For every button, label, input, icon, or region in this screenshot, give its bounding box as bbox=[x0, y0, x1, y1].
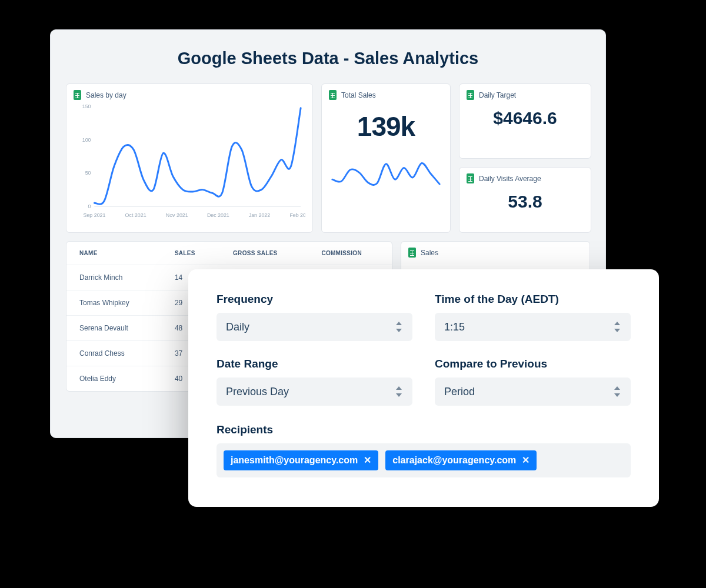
chevron-updown-icon bbox=[613, 386, 621, 397]
tile-label: Total Sales bbox=[341, 91, 376, 99]
recipient-email: janesmith@youragency.com bbox=[231, 455, 358, 466]
table-cell: Darrick Minch bbox=[66, 265, 162, 290]
recipient-chip[interactable]: janesmith@youragency.com✕ bbox=[224, 450, 378, 470]
dashboard-grid: Sales by day 050100150Sep 2021Oct 2021No… bbox=[66, 83, 590, 233]
tile-daily-visits: Daily Visits Average 53.8 bbox=[459, 167, 591, 233]
date-range-select[interactable]: Previous Day bbox=[217, 377, 412, 406]
sheets-icon bbox=[467, 173, 474, 183]
table-header: GROSS SALES bbox=[220, 242, 308, 265]
date-range-value: Previous Day bbox=[226, 386, 289, 398]
recipients-input[interactable]: janesmith@youragency.com✕clarajack@youra… bbox=[217, 443, 631, 477]
sheets-icon bbox=[467, 90, 474, 100]
compare-label: Compare to Previous bbox=[435, 358, 631, 370]
close-icon[interactable]: ✕ bbox=[364, 456, 371, 465]
svg-text:150: 150 bbox=[82, 103, 91, 109]
field-time-of-day: Time of the Day (AEDT) 1:15 bbox=[435, 293, 631, 341]
table-cell: Conrad Chess bbox=[66, 341, 162, 366]
svg-text:0: 0 bbox=[88, 203, 91, 209]
recipients-label: Recipients bbox=[217, 423, 631, 436]
chevron-updown-icon bbox=[613, 321, 621, 333]
tile-label: Daily Target bbox=[479, 91, 516, 99]
daily-visits-value: 53.8 bbox=[467, 192, 584, 212]
sheets-icon bbox=[329, 90, 337, 100]
svg-text:Dec 2021: Dec 2021 bbox=[207, 212, 229, 218]
sheets-icon bbox=[74, 90, 81, 100]
schedule-popover: Frequency Daily Time of the Day (AEDT) 1… bbox=[188, 269, 659, 507]
recipient-email: clarajack@youragency.com bbox=[392, 455, 516, 466]
sheets-icon bbox=[408, 248, 416, 258]
total-sales-sparkline bbox=[329, 148, 443, 195]
svg-text:Feb 2022: Feb 2022 bbox=[289, 212, 305, 218]
table-cell: Serena Devault bbox=[66, 316, 162, 341]
recipient-chip[interactable]: clarajack@youragency.com✕ bbox=[385, 450, 537, 470]
table-header: SALES bbox=[162, 242, 220, 265]
svg-text:50: 50 bbox=[85, 170, 91, 176]
tile-label: Sales by day bbox=[86, 91, 126, 99]
svg-text:Oct 2021: Oct 2021 bbox=[125, 212, 146, 218]
field-date-range: Date Range Previous Day bbox=[217, 358, 412, 406]
field-frequency: Frequency Daily bbox=[217, 293, 412, 341]
tile-label: Sales bbox=[421, 249, 438, 257]
frequency-label: Frequency bbox=[217, 293, 412, 306]
field-compare: Compare to Previous Period bbox=[435, 358, 631, 406]
chevron-updown-icon bbox=[395, 386, 403, 397]
table-cell: Tomas Whipkey bbox=[66, 290, 162, 316]
sales-by-day-chart: 050100150Sep 2021Oct 2021Nov 2021Dec 202… bbox=[74, 100, 305, 223]
svg-text:Jan 2022: Jan 2022 bbox=[249, 212, 271, 218]
frequency-select[interactable]: Daily bbox=[217, 313, 412, 341]
daily-target-value: $4646.6 bbox=[467, 108, 584, 128]
table-header: COMMISSION bbox=[308, 242, 392, 265]
tile-sales-by-day: Sales by day 050100150Sep 2021Oct 2021No… bbox=[66, 83, 313, 233]
page-title: Google Sheets Data - Sales Analytics bbox=[66, 49, 590, 68]
svg-text:100: 100 bbox=[82, 137, 91, 143]
tile-label: Daily Visits Average bbox=[479, 175, 541, 183]
tile-total-sales: Total Sales 139k bbox=[321, 83, 451, 233]
close-icon[interactable]: ✕ bbox=[522, 456, 530, 465]
frequency-value: Daily bbox=[226, 321, 249, 333]
chevron-updown-icon bbox=[395, 321, 403, 333]
time-value: 1:15 bbox=[444, 321, 465, 333]
table-header: NAME bbox=[66, 242, 162, 265]
tile-daily-target: Daily Target $4646.6 bbox=[459, 83, 591, 159]
total-sales-value: 139k bbox=[329, 111, 443, 142]
compare-select[interactable]: Period bbox=[435, 377, 631, 406]
compare-value: Period bbox=[444, 386, 475, 398]
date-range-label: Date Range bbox=[217, 358, 412, 370]
field-recipients: Recipients janesmith@youragency.com✕clar… bbox=[217, 423, 631, 477]
time-label: Time of the Day (AEDT) bbox=[435, 293, 631, 306]
table-cell: Otelia Eddy bbox=[66, 366, 162, 392]
time-select[interactable]: 1:15 bbox=[435, 313, 631, 341]
svg-text:Sep 2021: Sep 2021 bbox=[83, 212, 105, 218]
svg-text:Nov 2021: Nov 2021 bbox=[166, 212, 188, 218]
